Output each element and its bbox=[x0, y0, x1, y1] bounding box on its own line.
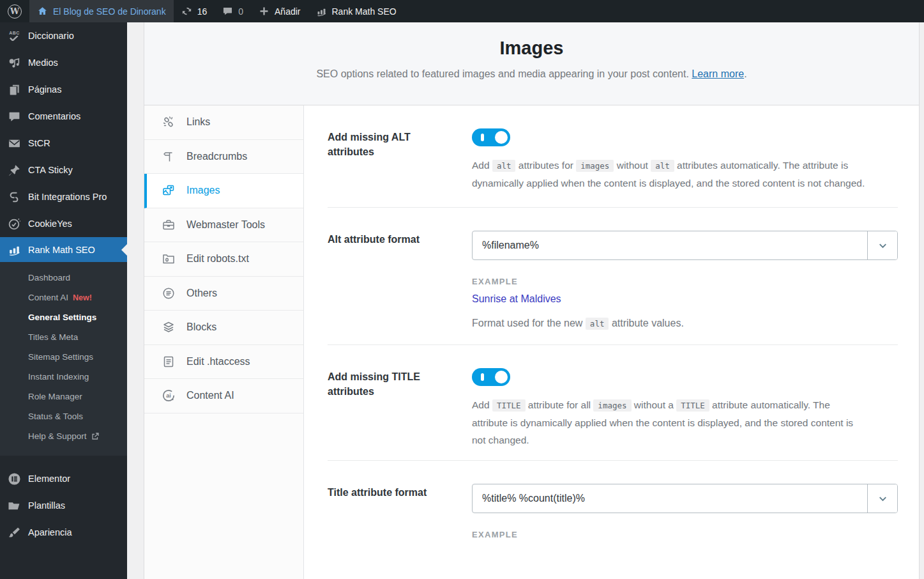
rank-math-settings-panel: Images SEO options related to featured i… bbox=[144, 22, 920, 579]
sidebar-item-label: Rank Math SEO bbox=[28, 245, 95, 255]
example-block: EXAMPLE Sunrise at Maldives bbox=[472, 277, 898, 305]
new-badge: New! bbox=[73, 293, 92, 302]
setting-alt-attribute-format: Alt attribute format EXAMPLE Sunrise at … bbox=[328, 208, 898, 345]
sidebar-item-stcr[interactable]: StCR bbox=[0, 130, 127, 157]
submenu-item-role-manager[interactable]: Role Manager bbox=[0, 387, 127, 406]
tab-edit-robots[interactable]: Edit robots.txt bbox=[144, 242, 303, 277]
setting-label: Alt attribute format bbox=[328, 231, 472, 329]
submenu-item-help-support[interactable]: Help & Support bbox=[0, 426, 127, 446]
tab-blocks[interactable]: Blocks bbox=[144, 311, 303, 345]
plus-icon bbox=[259, 6, 269, 17]
site-name-link[interactable]: El Blog de SEO de Dinorank bbox=[29, 0, 174, 22]
add-new-button[interactable]: Añadir bbox=[251, 0, 308, 22]
admin-bar: W El Blog de SEO de Dinorank 16 0 Añadir… bbox=[0, 0, 924, 22]
sidebar-item-medios[interactable]: Medios bbox=[0, 49, 127, 76]
content-ai-icon: ai bbox=[162, 389, 176, 403]
sidebar-item-apariencia[interactable]: Apariencia bbox=[0, 519, 127, 546]
example-label: EXAMPLE bbox=[472, 277, 898, 286]
tab-links[interactable]: Links bbox=[144, 105, 303, 140]
svg-text:ai: ai bbox=[166, 392, 171, 399]
pushpin-icon bbox=[8, 164, 21, 177]
external-link-icon bbox=[91, 433, 99, 440]
example-label: EXAMPLE bbox=[472, 530, 898, 539]
comments-count: 0 bbox=[238, 6, 243, 17]
alt-format-select bbox=[472, 231, 898, 260]
sidebar-item-label: Apariencia bbox=[28, 527, 72, 538]
tab-label: Webmaster Tools bbox=[186, 219, 265, 231]
setting-help-text: Format used for the new alt attribute va… bbox=[472, 318, 898, 329]
submenu-label: Dashboard bbox=[28, 273, 70, 282]
folder-icon bbox=[8, 499, 21, 513]
alt-format-dropdown-button[interactable] bbox=[867, 231, 897, 259]
sidebar-item-label: Elementor bbox=[28, 473, 70, 484]
settings-header: Images SEO options related to featured i… bbox=[144, 22, 919, 105]
tab-others[interactable]: Others bbox=[144, 277, 303, 311]
title-format-input[interactable] bbox=[473, 484, 867, 513]
toggle-on-mark bbox=[481, 134, 484, 141]
tab-edit-htaccess[interactable]: Edit .htaccess bbox=[144, 345, 303, 380]
updates-button[interactable]: 16 bbox=[174, 0, 215, 22]
toggle-on-mark bbox=[481, 373, 484, 381]
tab-webmaster-tools[interactable]: Webmaster Tools bbox=[144, 208, 303, 243]
example-block: EXAMPLE bbox=[472, 530, 898, 539]
updates-count: 16 bbox=[197, 6, 208, 17]
setting-label: Add missing ALT attributes bbox=[328, 128, 472, 192]
sidebar-item-plantillas[interactable]: Plantillas bbox=[0, 492, 127, 519]
wordpress-logo-icon: W bbox=[8, 4, 22, 19]
sidebar-item-cookieyes[interactable]: CookieYes bbox=[0, 210, 127, 237]
submenu-item-dashboard[interactable]: Dashboard bbox=[0, 268, 127, 288]
sidebar-item-label: CTA Sticky bbox=[28, 164, 73, 176]
signpost-icon bbox=[162, 150, 176, 164]
learn-more-link[interactable]: Learn more bbox=[692, 68, 744, 79]
alt-format-input[interactable] bbox=[473, 231, 867, 259]
broken-link-icon bbox=[162, 115, 176, 129]
sidebar-item-label: StCR bbox=[28, 137, 50, 149]
tab-label: Content AI bbox=[186, 390, 234, 401]
submenu-item-sitemap-settings[interactable]: Sitemap Settings bbox=[0, 347, 127, 367]
rank-math-submenu: Dashboard Content AI New! General Settin… bbox=[0, 262, 127, 456]
submenu-label: Instant Indexing bbox=[28, 372, 89, 382]
sidebar-item-bit-integrations-pro[interactable]: Bit Integrations Pro bbox=[0, 183, 127, 210]
sidebar-item-label: Medios bbox=[28, 57, 58, 68]
settings-pane: Add missing ALT attributes Add alt attri… bbox=[304, 105, 919, 579]
wordpress-menu-button[interactable]: W bbox=[0, 0, 29, 22]
setting-label: Title attribute format bbox=[328, 484, 472, 539]
submenu-item-status-tools[interactable]: Status & Tools bbox=[0, 406, 127, 426]
submenu-label: Status & Tools bbox=[28, 412, 83, 421]
sidebar-item-paginas[interactable]: Páginas bbox=[0, 76, 127, 103]
submenu-item-content-ai[interactable]: Content AI New! bbox=[0, 288, 127, 307]
tab-label: Others bbox=[186, 288, 217, 299]
submenu-item-titles-meta[interactable]: Titles & Meta bbox=[0, 327, 127, 347]
rank-math-admin-bar-button[interactable]: Rank Math SEO bbox=[308, 0, 404, 22]
sidebar-item-diccionario[interactable]: ABC Diccionario bbox=[0, 22, 127, 49]
site-name-label: El Blog de SEO de Dinorank bbox=[53, 6, 166, 17]
tab-breadcrumbs[interactable]: Breadcrumbs bbox=[144, 140, 303, 174]
elementor-icon bbox=[8, 472, 21, 486]
media-icon bbox=[8, 56, 21, 70]
sidebar-item-rank-math-seo[interactable]: Rank Math SEO bbox=[0, 237, 127, 262]
chevron-down-icon bbox=[877, 493, 889, 505]
add-missing-title-toggle[interactable] bbox=[472, 368, 510, 386]
tab-label: Links bbox=[186, 116, 210, 128]
toggle-knob bbox=[495, 131, 508, 144]
submenu-label: Sitemap Settings bbox=[28, 352, 93, 362]
sidebar-item-elementor[interactable]: Elementor bbox=[0, 465, 127, 492]
tab-content-ai[interactable]: ai Content AI bbox=[144, 379, 303, 413]
page-subtitle: SEO options related to featured images a… bbox=[144, 68, 919, 80]
cookie-check-icon bbox=[8, 217, 21, 231]
submenu-item-general-settings[interactable]: General Settings bbox=[0, 307, 127, 327]
tab-label: Edit .htaccess bbox=[186, 356, 250, 367]
tab-label: Breadcrumbs bbox=[186, 151, 247, 162]
sidebar-item-label: CookieYes bbox=[28, 218, 72, 229]
setting-description: Add TITLE attribute for all images witho… bbox=[472, 396, 868, 449]
add-missing-alt-toggle[interactable] bbox=[472, 128, 510, 146]
sidebar-item-comentarios[interactable]: Comentarios bbox=[0, 103, 127, 130]
comments-button[interactable]: 0 bbox=[215, 0, 251, 22]
sidebar-item-cta-sticky[interactable]: CTA Sticky bbox=[0, 157, 127, 183]
abc-check-icon: ABC bbox=[8, 29, 21, 43]
rank-math-chart-icon bbox=[316, 6, 327, 17]
layers-icon bbox=[162, 320, 176, 334]
title-format-dropdown-button[interactable] bbox=[867, 484, 897, 513]
submenu-item-instant-indexing[interactable]: Instant Indexing bbox=[0, 367, 127, 387]
tab-images[interactable]: Images bbox=[144, 174, 303, 208]
